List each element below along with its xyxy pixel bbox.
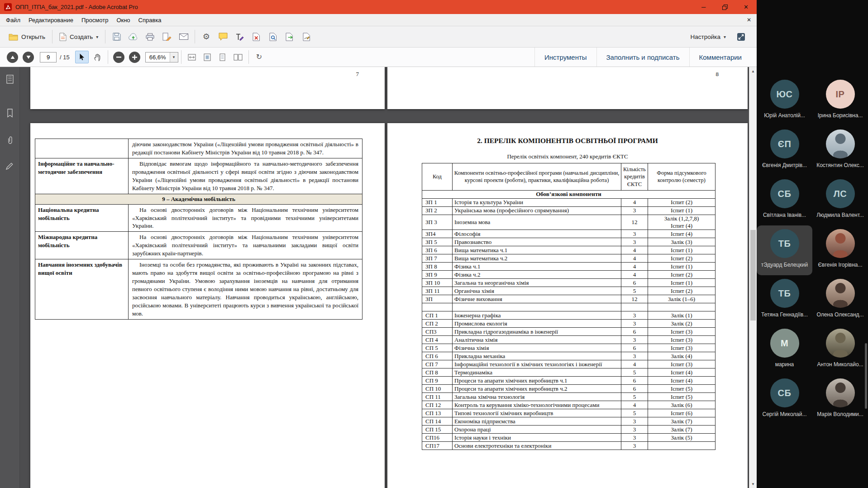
- participant-name: Світлана Іванів...: [763, 212, 806, 218]
- fill-sign-button[interactable]: [231, 29, 248, 44]
- participants-scrollbar-thumb[interactable]: [865, 343, 867, 409]
- menu-window[interactable]: Окно: [112, 17, 134, 24]
- two-page-button[interactable]: [231, 51, 245, 63]
- delete-page-button[interactable]: [248, 29, 265, 44]
- participant-avatar: ТБ: [770, 229, 799, 258]
- create-button[interactable]: Создать ▾: [55, 30, 102, 43]
- settings-button[interactable]: Настройка ▾: [687, 31, 730, 43]
- right-pane-tabs: Инструменты Заполнить и подписать Коммен…: [534, 48, 751, 67]
- attachments-button[interactable]: [3, 134, 17, 147]
- next-page-button[interactable]: [23, 52, 34, 63]
- participant-avatar: ЛС: [826, 179, 855, 208]
- fullscreen-button[interactable]: [733, 29, 749, 44]
- page-thumbnails-button[interactable]: [3, 72, 17, 86]
- course-row: СП 8Термодинаміка5Іспит (4): [422, 368, 715, 377]
- minimize-button[interactable]: ─: [693, 0, 714, 14]
- participant-tile[interactable]: Антон Миколайо...: [812, 325, 868, 375]
- scroll-down-icon[interactable]: ▼: [749, 480, 757, 488]
- table-section-header: Обов’язкові компоненти: [422, 190, 715, 198]
- participant-name: Олена Олександ...: [816, 311, 863, 318]
- fit-width-button[interactable]: [185, 51, 199, 63]
- zoom-out-button[interactable]: [113, 52, 124, 63]
- menu-edit[interactable]: Редактирование: [24, 17, 77, 24]
- participant-tile[interactable]: ТБТетяна Геннадіїв...: [757, 275, 812, 325]
- course-row: [422, 303, 715, 311]
- participant-photo: [826, 279, 855, 308]
- select-tool-button[interactable]: [75, 51, 89, 63]
- document-view[interactable]: 7 8 діючим законодавством України («Ліце…: [20, 67, 749, 488]
- course-name: Охорона праці: [453, 426, 621, 434]
- course-credits: 6: [621, 279, 648, 287]
- comment-button[interactable]: [215, 29, 231, 44]
- single-page-button[interactable]: [216, 51, 229, 63]
- participant-tile[interactable]: ЄПЄвгенія Дмитрів...: [757, 126, 812, 176]
- fit-page-button[interactable]: [200, 51, 214, 63]
- participant-tile[interactable]: Костянтин Олекс...: [812, 126, 868, 176]
- course-row: СП17Основи електротехніки та електроніки…: [422, 442, 715, 450]
- print-button[interactable]: [142, 29, 158, 44]
- participant-tile[interactable]: Олена Олександ...: [812, 275, 868, 325]
- menu-file[interactable]: Файл: [2, 17, 24, 24]
- participant-name: Антон Миколайо...: [817, 361, 863, 368]
- participant-tile[interactable]: Ммарина: [757, 325, 812, 375]
- course-name: Загальна хімічна технологія: [453, 393, 621, 401]
- course-name: Аналітична хімія: [453, 336, 621, 344]
- menu-help[interactable]: Справка: [134, 17, 166, 24]
- hand-tool-button[interactable]: [91, 51, 104, 63]
- screen: ОПП_ІТПА_бак_2021.pdf - Adobe Acrobat Pr…: [0, 0, 868, 488]
- course-control: Залік (7): [648, 426, 715, 434]
- participant-tile[interactable]: СБСергій Миколай...: [757, 375, 812, 425]
- email-button[interactable]: [175, 29, 192, 44]
- participant-tile[interactable]: СБСвітлана Іванів...: [757, 176, 812, 225]
- participant-tile[interactable]: ІРІрина Борисівна...: [812, 76, 868, 126]
- close-document-button[interactable]: ✕: [747, 17, 751, 23]
- participant-tile[interactable]: Євгенія Ігорівна...: [812, 225, 868, 275]
- course-code: СП 11: [422, 393, 453, 401]
- rotate-view-button[interactable]: ↻: [253, 51, 266, 63]
- certify-page-button[interactable]: [298, 29, 315, 44]
- maximize-button[interactable]: [714, 0, 735, 14]
- course-name: Історія та культура України: [453, 198, 621, 206]
- scroll-up-icon[interactable]: ▲: [749, 67, 757, 75]
- signatures-button[interactable]: [3, 159, 17, 172]
- participant-avatar: ЄП: [770, 129, 799, 158]
- new-document-icon: [59, 33, 67, 41]
- participant-tile[interactable]: ЮСЮрій Анатолій...: [757, 76, 812, 126]
- share-cloud-button[interactable]: [125, 29, 142, 44]
- course-name: Економіка підприємства: [453, 417, 621, 426]
- zoom-level-select[interactable]: 66,6% ▾: [145, 52, 178, 62]
- page-number-input[interactable]: [40, 52, 57, 62]
- participant-name: Людмила Валент...: [816, 212, 864, 218]
- tab-fill-sign[interactable]: Заполнить и подписать: [596, 48, 689, 67]
- participant-tile[interactable]: Марія Володими...: [812, 375, 868, 425]
- document-scrollbar[interactable]: ▲ ▼: [749, 67, 757, 488]
- participant-tile[interactable]: ТБтЭдуард Белецкий: [757, 225, 812, 275]
- course-control: Залік (6): [648, 401, 715, 409]
- participant-photo: [826, 329, 855, 358]
- open-button[interactable]: Открыть: [5, 31, 49, 43]
- search-page-button[interactable]: [265, 29, 281, 44]
- bookmarks-button[interactable]: [3, 106, 17, 120]
- tab-comments[interactable]: Комментарии: [689, 48, 751, 67]
- prev-page-button[interactable]: [7, 52, 18, 63]
- course-name: Процеси та апарати хімічних виробництв ч…: [453, 385, 621, 393]
- edit-page-button[interactable]: [158, 29, 175, 44]
- save-button[interactable]: [108, 29, 125, 44]
- chevron-down-icon: ▾: [96, 34, 98, 39]
- tab-tools[interactable]: Инструменты: [534, 48, 596, 67]
- two-page-icon: [234, 54, 243, 61]
- course-row: ЗП 8Фізика ч.14Іспит (1): [422, 263, 715, 271]
- zoom-in-button[interactable]: [129, 52, 140, 63]
- export-page-button[interactable]: [281, 29, 298, 44]
- participant-tile[interactable]: ЛСЛюдмила Валент...: [812, 176, 868, 225]
- course-code: СП 14: [422, 417, 453, 426]
- paperclip-icon: [6, 136, 14, 145]
- course-code: СП 5: [422, 344, 453, 352]
- course-credits: 6: [621, 385, 648, 393]
- course-name: Іноземна мова: [453, 215, 621, 230]
- course-code: СП 10: [422, 385, 453, 393]
- close-button[interactable]: ✕: [735, 0, 757, 14]
- gear-button[interactable]: ⚙: [198, 29, 215, 44]
- scrollbar-thumb[interactable]: [750, 230, 756, 321]
- menu-view[interactable]: Просмотр: [77, 17, 112, 24]
